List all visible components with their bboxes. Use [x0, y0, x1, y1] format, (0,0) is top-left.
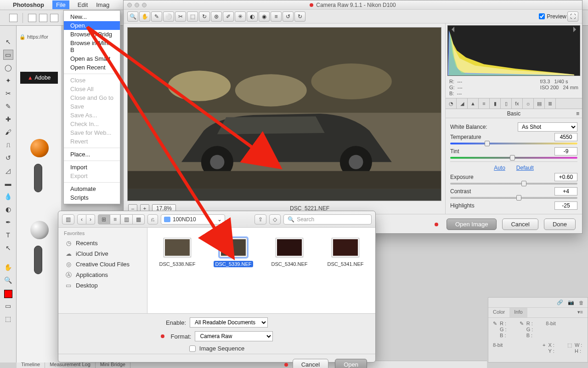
tool-marquee[interactable]: ▭	[3, 50, 13, 60]
crosshair-icon[interactable]: +	[543, 342, 545, 348]
tint-slider[interactable]	[510, 155, 515, 161]
file-menu-open-recent[interactable]: Open Recent	[64, 63, 120, 72]
sidebar-item-desktop[interactable]: ▭Desktop	[58, 280, 147, 291]
open-image-button[interactable]: Open Image	[447, 218, 497, 230]
imageseq-checkbox[interactable]	[189, 345, 196, 352]
adjust-tab-1[interactable]: ◢	[457, 98, 468, 109]
group-button[interactable]: ⎌	[147, 214, 158, 224]
camera-icon[interactable]: 📷	[568, 299, 574, 305]
tool-eyedrop[interactable]: ✎	[3, 101, 13, 111]
dimension-icon[interactable]: ⬚	[567, 342, 572, 348]
view-list[interactable]: ≡	[110, 214, 120, 224]
file-menu-open-[interactable]: Open...	[64, 21, 120, 30]
file-menu-browse-in-mini-b[interactable]: Browse in Mini B	[64, 39, 120, 54]
opt-marquee-icon[interactable]	[9, 14, 17, 22]
temp-input[interactable]	[554, 133, 577, 141]
done-button[interactable]: Done	[544, 218, 576, 230]
cr-tool-10[interactable]: ◐	[247, 12, 258, 22]
forward-button[interactable]: ›	[86, 214, 95, 224]
adjust-tab-5[interactable]: ▯	[501, 98, 512, 109]
adjust-tab-0[interactable]: ◔	[446, 98, 457, 109]
file-item[interactable]: DSC_5338.NEF	[156, 238, 199, 267]
app-name[interactable]: Photoshop	[13, 1, 44, 8]
file-menu-automate[interactable]: Automate	[64, 184, 120, 193]
share-icon[interactable]: ⇪	[254, 214, 266, 224]
panel-menu-icon[interactable]: ▾≡	[573, 308, 588, 317]
menu-file[interactable]: File	[52, 0, 69, 9]
cr-cancel-button[interactable]: Cancel	[502, 218, 538, 230]
minimize-icon[interactable]	[135, 3, 139, 7]
cr-tool-3[interactable]: ⚪	[163, 12, 174, 22]
fullscreen-icon[interactable]: ⛶	[567, 12, 578, 22]
tool-brush[interactable]: 🖌	[3, 127, 13, 137]
file-menu-save[interactable]: Save	[64, 102, 120, 111]
sidebar-item-icloud-drive[interactable]: ☁iCloud Drive	[58, 248, 147, 259]
sidebar-item-recents[interactable]: ◷Recents	[58, 238, 147, 248]
tool-heal[interactable]: ✚	[3, 114, 13, 124]
tool-hand[interactable]: ✋	[3, 262, 13, 272]
eyedrop-icon[interactable]: ✎	[493, 321, 497, 327]
contrast-slider[interactable]	[516, 195, 521, 201]
adjust-tab-6[interactable]: fx	[512, 98, 523, 109]
tool-zoom[interactable]: 🔍	[3, 275, 13, 285]
color-swatch[interactable]	[4, 290, 12, 298]
tool-crop[interactable]: ✂	[3, 88, 13, 98]
back-button[interactable]: ‹	[77, 214, 86, 224]
file-menu-save-for-web-[interactable]: Save for Web...	[64, 128, 120, 137]
slider-2[interactable]	[34, 246, 42, 274]
highlights-input[interactable]	[554, 201, 577, 210]
adjust-tab-8[interactable]: ▤	[534, 98, 545, 109]
adjust-tab-4[interactable]: ▮	[490, 98, 501, 109]
tool-path[interactable]: ↖	[3, 243, 13, 253]
tool-move[interactable]: ↖	[3, 37, 13, 47]
cr-tool-2[interactable]: ✎	[151, 12, 162, 22]
tool-stamp[interactable]: ⎍	[3, 140, 13, 150]
cr-tool-8[interactable]: ✐	[223, 12, 234, 22]
opt-a-icon[interactable]	[28, 14, 36, 22]
file-item[interactable]: DSC_5341.NEF	[324, 238, 367, 267]
tint-input[interactable]	[554, 147, 577, 155]
preview-checkbox[interactable]: Preview	[539, 13, 566, 20]
tool-blur[interactable]: 💧	[3, 191, 13, 201]
tool-history[interactable]: ↺	[3, 153, 13, 163]
cr-tool-1[interactable]: ✋	[139, 12, 150, 22]
file-menu-place-[interactable]: Place...	[64, 150, 120, 159]
link-icon[interactable]: 🔗	[557, 299, 563, 305]
cr-tool-0[interactable]: 🔍	[127, 12, 138, 22]
cr-tool-9[interactable]: ✳	[235, 12, 246, 22]
zoom-icon[interactable]	[142, 3, 147, 7]
temp-slider[interactable]	[485, 141, 490, 146]
file-menu-scripts[interactable]: Scripts	[64, 193, 120, 202]
adjust-tab-3[interactable]: ≡	[479, 98, 490, 109]
enable-select[interactable]: All Readable Documents	[190, 317, 268, 328]
exposure-slider[interactable]	[521, 181, 526, 186]
cr-tool-12[interactable]: ≡	[271, 12, 282, 22]
cr-tool-7[interactable]: ⊛	[211, 12, 222, 22]
file-menu-open-as-smart[interactable]: Open as Smart	[64, 54, 120, 63]
view-icons[interactable]: ⊞	[98, 214, 110, 224]
cr-tool-11[interactable]: ◉	[259, 12, 270, 22]
cr-tool-14[interactable]: ↻	[294, 12, 305, 22]
od-cancel-button[interactable]: Cancel	[293, 359, 328, 368]
tool-wand[interactable]: ✦	[3, 75, 13, 86]
opt-b-icon[interactable]	[39, 14, 47, 22]
tab-info[interactable]: Info	[509, 308, 527, 317]
tab-color[interactable]: Color	[488, 308, 509, 317]
tool-dodge[interactable]: ◐	[3, 204, 13, 214]
sidebar-toggle-icon[interactable]: ▥	[62, 214, 74, 224]
tool-mode[interactable]: ▭	[3, 301, 13, 311]
contrast-input[interactable]	[554, 187, 577, 196]
histogram[interactable]	[447, 25, 580, 76]
file-item[interactable]: DSC_5340.NEF	[268, 238, 311, 267]
adjust-tab-9[interactable]: ≣	[545, 98, 556, 109]
path-dropdown[interactable]: 100ND10⌄	[161, 214, 225, 224]
file-menu-check-in-[interactable]: Check In...	[64, 120, 120, 128]
file-menu-close-and-go-to[interactable]: Close and Go to	[64, 93, 120, 102]
slider-1[interactable]	[34, 164, 42, 192]
adjust-tab-2[interactable]: ▲	[468, 98, 479, 109]
sidebar-item-applications[interactable]: ⒶApplications	[58, 270, 147, 280]
od-open-button[interactable]: Open	[335, 359, 367, 368]
file-menu-import[interactable]: Import	[64, 163, 120, 172]
tool-gradient[interactable]: ▬	[3, 178, 13, 189]
cr-tool-13[interactable]: ↺	[283, 12, 294, 22]
